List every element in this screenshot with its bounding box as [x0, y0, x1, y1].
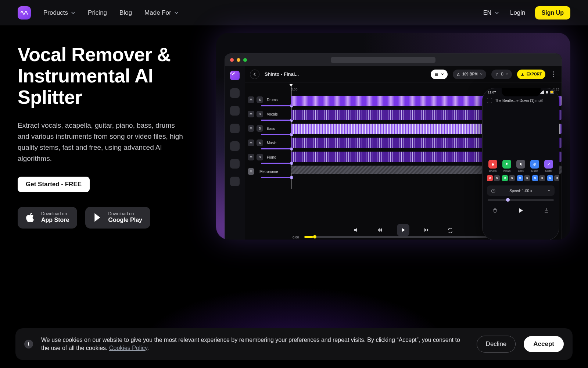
decline-button[interactable]: Decline	[477, 336, 516, 353]
phone-transport	[483, 204, 559, 214]
back-button[interactable]	[250, 70, 259, 79]
nav-label: Products	[43, 9, 68, 17]
mute-button[interactable]: M	[248, 111, 254, 117]
brand-logo[interactable]	[18, 6, 31, 20]
volume-button[interactable]	[350, 224, 362, 236]
mute-button[interactable]: M	[248, 125, 254, 132]
track-name: Music	[267, 141, 276, 145]
nav-blog[interactable]: Blog	[119, 9, 132, 17]
traffic-light-close-icon	[230, 58, 234, 62]
solo-button[interactable]: S	[257, 111, 263, 117]
tool-splitter-icon[interactable]	[230, 71, 240, 80]
solo-button[interactable]: S	[524, 175, 530, 181]
waveform-icon	[20, 9, 28, 17]
store-small-label: Download on	[41, 211, 69, 216]
nav-label: Made For	[144, 9, 171, 17]
phone-speed-control[interactable]: Speed: 1.00 x	[487, 185, 555, 196]
nav-products[interactable]: Products	[43, 9, 75, 17]
mixer-bass[interactable]: Bass	[515, 158, 527, 172]
svg-rect-8	[506, 163, 508, 165]
mute-button[interactable]: M	[487, 175, 493, 181]
export-button[interactable]: EXPORT	[517, 70, 545, 79]
mute-button[interactable]: M	[248, 154, 254, 160]
mute-button[interactable]: M	[532, 175, 538, 181]
svg-rect-3	[543, 91, 544, 94]
tool-speed-icon[interactable]	[230, 159, 240, 169]
store-small-label: Download on	[108, 211, 142, 216]
more-menu-button[interactable]	[551, 70, 556, 79]
solo-button[interactable]: S	[257, 96, 263, 103]
tool-mic-icon[interactable]	[230, 141, 240, 151]
tool-shuffle-icon[interactable]	[230, 88, 240, 98]
solo-button[interactable]: S	[257, 154, 263, 160]
signup-button[interactable]: Sign Up	[535, 6, 570, 20]
phone-play-button[interactable]	[517, 207, 524, 214]
apple-icon	[26, 212, 36, 223]
mixer-label: Music	[531, 170, 538, 172]
mute-button[interactable]: M	[248, 139, 254, 146]
app-store-button[interactable]: Download on App Store	[18, 207, 77, 229]
mute-button[interactable]: M	[517, 175, 523, 181]
volume-slider[interactable]	[261, 148, 292, 149]
bpm-pill[interactable]: 109 BPM	[453, 70, 486, 79]
volume-slider[interactable]	[261, 105, 292, 106]
track-name: Bass	[267, 127, 275, 131]
mute-button[interactable]: M	[547, 175, 553, 181]
solo-button[interactable]: S	[494, 175, 500, 181]
loop-button[interactable]	[444, 224, 456, 236]
mute-button[interactable]: M	[248, 168, 254, 175]
solo-button[interactable]: S	[257, 139, 263, 146]
phone-notch	[502, 88, 541, 96]
get-started-button[interactable]: Get Started - FREE	[18, 177, 90, 192]
volume-slider[interactable]	[261, 134, 292, 135]
tool-denoise-icon[interactable]	[230, 124, 240, 133]
volume-slider[interactable]	[261, 120, 292, 121]
mixer-guitar[interactable]: Guitar	[543, 158, 555, 172]
track-labels: MSDrums MSVocals MSBass	[245, 82, 291, 215]
chevron-down-icon	[441, 73, 444, 76]
phone-back-button[interactable]	[487, 98, 492, 103]
cookies-policy-link[interactable]: Cookies Policy	[109, 345, 147, 351]
nav-pricing[interactable]: Pricing	[88, 9, 107, 17]
solo-button[interactable]: S	[509, 175, 515, 181]
volume-slider[interactable]	[261, 177, 292, 178]
phone-download-button[interactable]	[544, 208, 549, 213]
language-selector[interactable]: EN	[483, 10, 499, 16]
mixer-vocals[interactable]: Vocals	[501, 158, 513, 172]
key-value: C	[501, 72, 503, 76]
solo-button[interactable]: S	[257, 125, 263, 132]
tool-cleanup-icon[interactable]	[230, 106, 240, 116]
solo-button[interactable]: S	[554, 175, 559, 181]
info-icon: i	[24, 340, 33, 348]
speed-value: Speed: 1.00 x	[509, 189, 532, 193]
hero-section: Vocal Remover & Instrumental AI Splitter…	[0, 25, 588, 290]
phone-ms-row: MS MS MS MS MS	[483, 174, 559, 183]
app-toolbar	[225, 66, 245, 240]
url-bar	[331, 57, 435, 63]
volume-slider[interactable]	[261, 163, 292, 164]
accept-button[interactable]: Accept	[524, 336, 564, 352]
mute-button[interactable]: M	[248, 96, 254, 103]
phone-seek-bar[interactable]	[488, 199, 554, 201]
rewind-button[interactable]	[373, 224, 386, 236]
hero-title: Vocal Remover & Instrumental AI Splitter	[18, 44, 194, 108]
guitar-icon	[544, 160, 553, 169]
stems-button[interactable]	[431, 70, 448, 79]
nav-made-for[interactable]: Made For	[144, 9, 179, 17]
key-pill[interactable]: C	[491, 70, 512, 79]
forward-button[interactable]	[420, 224, 433, 236]
mute-button[interactable]: M	[502, 175, 508, 181]
mixer-music[interactable]: Music	[529, 158, 541, 172]
play-button[interactable]	[397, 224, 409, 236]
solo-button[interactable]: S	[539, 175, 545, 181]
top-nav: Products Pricing Blog Made For EN Login …	[0, 0, 588, 25]
phone-trash-button[interactable]	[492, 208, 498, 213]
cookie-message: We use cookies on our website to give yo…	[41, 337, 460, 351]
google-play-button[interactable]: Download on Google Play	[85, 207, 150, 229]
track-row: MSVocals	[248, 111, 288, 121]
language-code: EN	[483, 10, 491, 16]
tool-profile-icon[interactable]	[230, 177, 240, 186]
login-link[interactable]: Login	[510, 9, 526, 17]
mixer-label: Bass	[518, 170, 524, 172]
mixer-drums[interactable]: Drums	[487, 158, 499, 172]
